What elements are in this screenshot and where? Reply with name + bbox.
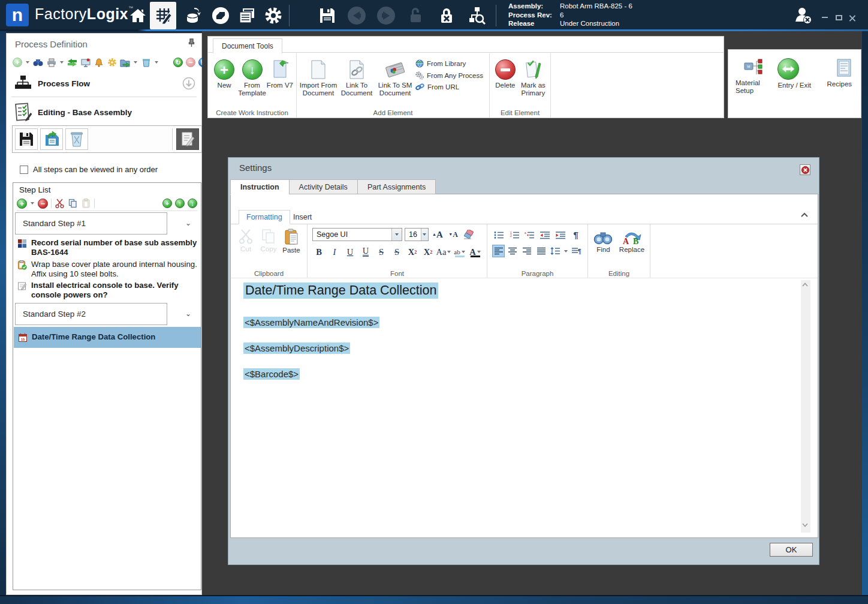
multilevel-list-icon[interactable]: a [523,229,537,241]
step-header[interactable]: Standard Step #2 [15,303,167,325]
maximize-button[interactable] [833,12,845,23]
document-sm-link-icon-button[interactable]: Link To SM Document [376,57,414,97]
justify-icon[interactable] [535,245,548,257]
remove-icon[interactable]: − [186,58,195,67]
tab-part-assignments[interactable]: Part Assignments [357,179,436,194]
document-heading[interactable]: Date/Time Range Data Collection [243,283,438,299]
chevron-down-icon[interactable]: ⌄ [185,219,194,227]
step-activity-row[interactable]: Wrap base cover plate around internal ho… [15,260,200,279]
process-search-icon[interactable] [464,2,490,29]
production-icon[interactable] [180,2,206,29]
align-left-icon[interactable] [492,245,505,257]
font-size-select[interactable]: 16 [405,228,429,241]
from-library-item[interactable]: From Library [415,59,483,68]
copy-step-icon[interactable] [68,199,78,209]
align-center-icon[interactable] [507,245,519,257]
line-spacing-icon[interactable] [549,245,562,257]
reports-icon[interactable] [234,2,260,29]
collapse-ribbon-icon[interactable] [801,212,808,217]
dialog-close-button[interactable] [800,164,810,175]
export-folder-icon[interactable] [120,58,130,68]
instruction-document[interactable]: Date/Time Range Data Collection <$Assemb… [231,279,818,537]
tab-formatting[interactable]: Formatting [239,210,290,224]
underline-button[interactable]: U [343,245,357,259]
redo-icon[interactable] [373,2,399,29]
from-url-item[interactable]: From URL [415,83,483,91]
new-instruction-button[interactable]: + New [210,57,238,89]
paste-step-icon[interactable] [81,199,91,209]
order-checkbox[interactable] [20,166,28,174]
trash-dropdown-caret[interactable] [155,61,158,64]
save-as-button[interactable] [40,128,63,150]
superscript-button[interactable]: X2 [406,245,419,259]
subscript-button[interactable]: X2 [421,245,435,259]
cut-step-icon[interactable] [55,199,65,209]
settings-gear-icon[interactable] [260,2,287,29]
paste-button[interactable]: Paste [281,227,302,254]
sync-process-icon[interactable] [67,58,77,68]
ok-button[interactable]: OK [770,543,813,557]
document-scrollbar[interactable] [801,280,810,533]
move-down-icon[interactable]: ↓ [188,199,197,208]
scroll-up-icon[interactable] [802,283,809,291]
export-dropdown-caret[interactable] [134,61,137,64]
save-document-button[interactable] [15,128,38,150]
replace-button[interactable]: AB Replace [619,229,645,253]
add-step-caret[interactable] [31,202,34,205]
home-icon[interactable] [125,2,151,29]
pilcrow-icon[interactable]: ¶ [569,229,583,241]
scroll-down-icon[interactable] [802,523,809,531]
print-icon[interactable] [46,58,56,68]
process-definition-icon[interactable] [150,2,176,29]
delete-document-button[interactable] [65,128,88,150]
binoculars-icon[interactable] [33,58,43,68]
step-activity-row-selected[interactable]: 15 Date/Time Range Data Collection [14,327,201,348]
undo-icon[interactable] [343,2,370,29]
link-to-document-button[interactable]: Link To Document [337,57,376,97]
tab-insert[interactable]: Insert [286,210,319,224]
tab-instruction[interactable]: Instruction [230,179,289,195]
tab-activity-details[interactable]: Activity Details [289,179,357,194]
delete-element-button[interactable]: Delete [492,57,519,89]
clear-formatting-icon[interactable] [462,228,475,241]
print-dropdown-caret[interactable] [60,61,64,64]
chevron-down-icon[interactable]: ⌄ [185,309,194,318]
import-from-document-button[interactable]: Import From Document [299,57,337,97]
decrease-indent-icon[interactable] [538,229,552,241]
material-setup-button[interactable]: M Material Setup [736,56,771,118]
numbered-list-icon[interactable]: 12 [508,229,522,241]
bold-button[interactable]: B [312,245,326,259]
cut-button[interactable]: Cut [236,227,256,254]
bullet-list-icon[interactable] [492,229,506,241]
line-spacing-caret[interactable] [564,250,568,253]
mark-as-primary-button[interactable]: Mark as Primary [519,57,548,97]
bell-icon[interactable] [94,58,104,68]
copy-button[interactable]: Copy [258,227,279,254]
step-activity-row[interactable]: Record serial number of base sub assembl… [15,238,200,257]
close-button[interactable] [846,12,858,23]
double-strikethrough-button[interactable]: S [390,245,403,259]
tab-document-tools[interactable]: Document Tools [213,38,282,53]
logout-user-icon[interactable] [791,2,815,29]
process-flow-row[interactable]: Process Flow [7,73,201,94]
move-up-icon[interactable]: ↑ [175,199,185,208]
italic-button[interactable]: I [328,245,341,259]
align-right-icon[interactable] [521,245,534,257]
sync-icon[interactable] [207,2,234,29]
step-activity-row[interactable]: Install electrical console to base. Veri… [15,281,200,300]
change-case-button[interactable]: Aa [437,245,451,259]
grow-font-button[interactable]: ▲A [431,228,444,241]
double-underline-button[interactable]: U [359,245,372,259]
find-button[interactable]: Find [593,229,614,253]
increase-indent-icon[interactable] [554,229,568,241]
expand-circle-icon[interactable] [182,77,195,90]
document-token-line[interactable]: <$AssemblyNameAndRevision$> [243,317,379,328]
recipes-button[interactable]: Recipes [827,56,861,118]
lock-close-icon[interactable] [433,2,460,29]
edit-mode-button[interactable] [176,128,199,150]
presentation-icon[interactable] [80,58,91,68]
paragraph-direction-icon[interactable]: ¶ [570,245,583,257]
insert-substep-icon[interactable]: + [162,199,172,208]
order-checkbox-row[interactable]: All steps can be viewed in any order [20,165,158,174]
add-icon[interactable]: + [13,58,22,67]
